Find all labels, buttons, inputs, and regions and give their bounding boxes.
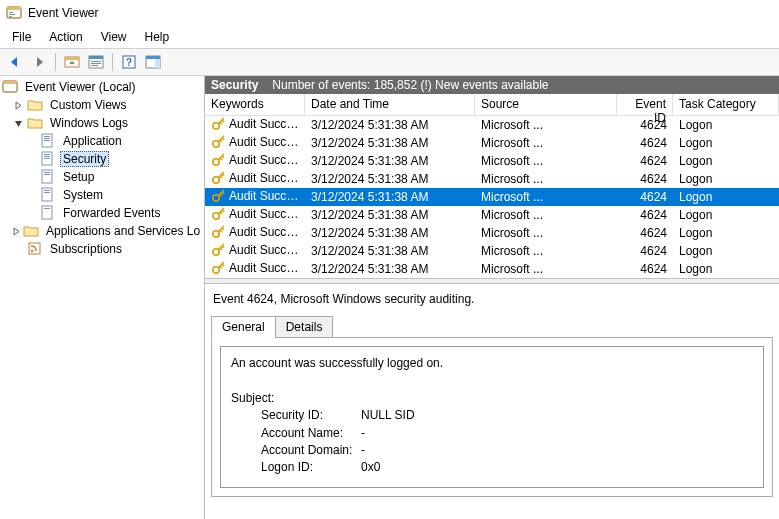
cell-keywords: Audit Success [229,153,305,167]
svg-rect-34 [44,208,50,209]
cell-taskcategory: Logon [673,118,779,132]
svg-rect-3 [9,14,15,15]
cell-taskcategory: Logon [673,244,779,258]
table-row[interactable]: Audit Success3/12/2024 5:31:38 AMMicroso… [205,134,779,152]
cell-eventid: 4624 [617,262,673,276]
svg-rect-26 [44,158,50,159]
table-row[interactable]: Audit Success3/12/2024 5:31:38 AMMicroso… [205,170,779,188]
key-icon [211,135,227,151]
tree-windows-logs[interactable]: Windows Logs [0,114,204,132]
tab-details[interactable]: Details [275,316,334,338]
log-icon [40,151,56,167]
tab-general[interactable]: General [211,316,276,338]
events-header: Security Number of events: 185,852 (!) N… [205,76,779,94]
svg-rect-28 [44,172,50,173]
table-row[interactable]: Audit Success3/12/2024 5:31:38 AMMicroso… [205,116,779,134]
cell-datetime: 3/12/2024 5:31:38 AM [305,190,475,204]
menu-view[interactable]: View [93,28,135,46]
tree-pane[interactable]: Event Viewer (Local) Custom Views Window… [0,76,205,519]
svg-rect-22 [44,140,50,141]
folder-icon [27,115,43,131]
svg-rect-18 [3,81,17,84]
table-row[interactable]: Audit Success3/12/2024 5:31:38 AMMicroso… [205,188,779,206]
window-title: Event Viewer [28,6,98,20]
table-row[interactable]: Audit Success3/12/2024 5:31:38 AMMicroso… [205,152,779,170]
cell-source: Microsoft ... [475,262,617,276]
cell-eventid: 4624 [617,190,673,204]
col-keywords[interactable]: Keywords [205,94,305,115]
help-button[interactable]: ? [118,51,140,73]
tree-setup[interactable]: Setup [0,168,204,186]
key-icon [211,225,227,241]
cell-keywords: Audit Success [229,117,305,131]
expand-icon[interactable] [12,99,25,112]
tree-forwarded[interactable]: Forwarded Events [0,204,204,222]
tree-security[interactable]: Security [0,150,204,168]
col-source[interactable]: Source [475,94,617,115]
tree-application[interactable]: Application [0,132,204,150]
cell-keywords: Audit Success [229,243,305,257]
table-row[interactable]: Audit Success3/12/2024 5:31:38 AMMicroso… [205,260,779,278]
svg-point-36 [31,250,34,253]
col-eventid[interactable]: Event ID [617,94,673,115]
key-icon [211,207,227,223]
cell-datetime: 3/12/2024 5:31:38 AM [305,244,475,258]
svg-rect-30 [42,188,52,201]
svg-rect-16 [155,59,160,68]
cell-keywords: Audit Success [229,135,305,149]
cell-source: Microsoft ... [475,118,617,132]
log-icon [40,187,56,203]
cell-eventid: 4624 [617,208,673,222]
cell-eventid: 4624 [617,154,673,168]
subject-label: Subject: [231,390,753,407]
col-taskcategory[interactable]: Task Category [673,94,779,115]
svg-rect-20 [44,136,50,137]
cell-eventid: 4624 [617,136,673,150]
key-icon [211,189,227,205]
action-pane-button[interactable] [142,51,164,73]
tree-root[interactable]: Event Viewer (Local) [0,78,204,96]
menu-action[interactable]: Action [41,28,90,46]
detail-text[interactable]: An account was successfully logged on. S… [220,346,764,488]
table-row[interactable]: Audit Success3/12/2024 5:31:38 AMMicroso… [205,206,779,224]
tree-system[interactable]: System [0,186,204,204]
table-row[interactable]: Audit Success3/12/2024 5:31:38 AMMicroso… [205,224,779,242]
cell-eventid: 4624 [617,226,673,240]
cell-source: Microsoft ... [475,172,617,186]
cell-datetime: 3/12/2024 5:31:38 AM [305,226,475,240]
menu-help[interactable]: Help [137,28,178,46]
key-icon [211,171,227,187]
show-hide-tree-button[interactable] [61,51,83,73]
tree-custom-views[interactable]: Custom Views [0,96,204,114]
cell-keywords: Audit Success [229,189,305,203]
cell-keywords: Audit Success [229,171,305,185]
menu-file[interactable]: File [4,28,39,46]
cell-source: Microsoft ... [475,244,617,258]
cell-eventid: 4624 [617,118,673,132]
tree-subscriptions[interactable]: Subscriptions [0,240,204,258]
cell-datetime: 3/12/2024 5:31:38 AM [305,136,475,150]
collapse-icon[interactable] [12,117,25,130]
tree-app-services[interactable]: Applications and Services Lo [0,222,204,240]
svg-text:?: ? [126,57,132,68]
list-header[interactable]: Keywords Date and Time Source Event ID T… [205,94,779,116]
cell-datetime: 3/12/2024 5:31:38 AM [305,172,475,186]
expand-icon[interactable] [12,225,21,238]
table-row[interactable]: Audit Success3/12/2024 5:31:38 AMMicroso… [205,242,779,260]
forward-button[interactable] [28,51,50,73]
svg-rect-35 [29,243,40,254]
col-datetime[interactable]: Date and Time [305,94,475,115]
svg-rect-33 [42,206,52,219]
svg-rect-6 [65,57,79,60]
toolbar: ? [0,48,779,76]
detail-title: Event 4624, Microsoft Windows security a… [211,290,773,308]
cell-source: Microsoft ... [475,226,617,240]
properties-button[interactable] [85,51,107,73]
cell-datetime: 3/12/2024 5:31:38 AM [305,262,475,276]
events-list[interactable]: Keywords Date and Time Source Event ID T… [205,94,779,278]
back-button[interactable] [4,51,26,73]
svg-rect-11 [91,65,98,66]
log-icon [40,133,56,149]
svg-rect-24 [44,154,50,155]
folder-icon [27,97,43,113]
